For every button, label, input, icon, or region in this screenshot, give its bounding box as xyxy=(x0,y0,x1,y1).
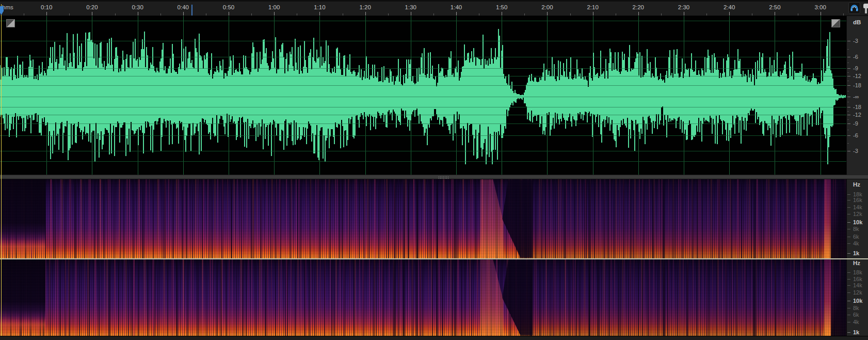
hz-unit-label: Hz xyxy=(853,260,860,266)
ruler-unit-label: hms xyxy=(2,4,13,10)
db-scale-tick xyxy=(847,107,850,107)
time-label: 3:00 xyxy=(814,4,826,10)
db-scale-tick-minor xyxy=(847,143,849,144)
db-scale-tick-minor xyxy=(847,63,849,63)
time-label: 2:40 xyxy=(724,4,735,10)
hz-scale-tick xyxy=(847,279,850,280)
hz-scale-tick xyxy=(847,292,850,293)
db-scale-tick xyxy=(847,85,850,86)
grip-dots-handle[interactable] xyxy=(438,176,449,179)
ruler-tick-major xyxy=(684,12,684,16)
spectrogram-right-channel[interactable] xyxy=(0,259,846,336)
waveform-panel[interactable] xyxy=(0,16,846,175)
spectrogram-silence-wedge xyxy=(502,179,533,258)
db-scale-label: -9 xyxy=(853,120,858,127)
hz-scale-label: 12k xyxy=(853,289,862,296)
db-scale-tick xyxy=(847,151,850,151)
spectrogram-fade-region xyxy=(480,259,504,336)
hz-scale-label: 4k xyxy=(853,319,859,325)
spectrogram-quiet-slit xyxy=(436,179,438,258)
spectrogram-quiet-slit xyxy=(436,259,438,336)
hz-scale-tick xyxy=(847,194,850,195)
time-label: 2:20 xyxy=(633,4,644,10)
spectrogram-left-channel[interactable] xyxy=(0,179,846,258)
hz-scale-label: 8k xyxy=(853,305,859,311)
hz-scale-label: 1k xyxy=(853,250,859,256)
ruler-tick-major xyxy=(729,12,730,16)
spectrogram-quiet-slit xyxy=(753,179,756,258)
db-scale-tick xyxy=(847,123,850,124)
ruler-tick-major xyxy=(821,12,821,16)
db-scale-tick-minor xyxy=(847,102,849,102)
hz-scale-label: 10k xyxy=(853,298,862,304)
headphones-icon xyxy=(850,4,859,12)
spectrogram-quiet-slit xyxy=(588,179,590,258)
ruler-tick-major xyxy=(229,12,229,16)
spectrogram-intro-region xyxy=(0,179,45,258)
hz-scale-tick xyxy=(847,222,850,223)
db-scale-label: -3 xyxy=(853,148,858,154)
hz-scale-left[interactable]: Hz18k16k14k12k10k8k6k4k1k xyxy=(846,179,868,258)
hz-scale-tick xyxy=(847,285,850,286)
hz-scale-tick xyxy=(847,229,850,229)
hz-scale-tick xyxy=(847,207,850,208)
time-label: 2:30 xyxy=(678,4,689,10)
hz-scale-tick xyxy=(847,308,850,308)
time-label: 0:40 xyxy=(178,4,189,10)
db-scale-tick xyxy=(847,68,850,69)
time-label: 0:50 xyxy=(223,4,234,10)
time-label: 1:20 xyxy=(359,4,371,10)
db-scale-tick-minor xyxy=(847,72,849,73)
db-scale-tick-minor xyxy=(847,111,849,112)
hz-scale-label: 6k xyxy=(853,234,859,240)
db-scale-label: -18 xyxy=(853,82,861,88)
db-scale-tick xyxy=(847,57,850,57)
spectrogram-quiet-slit xyxy=(454,179,456,258)
hz-scale-tick xyxy=(847,315,850,315)
ruler-tick-major xyxy=(638,12,639,16)
ruler-tick-major xyxy=(183,12,184,16)
ruler-tick-major xyxy=(502,12,502,16)
time-label: 0:30 xyxy=(132,4,143,10)
db-scale-label: -3 xyxy=(853,38,858,44)
ruler-tick-major xyxy=(365,12,366,16)
hz-scale-label: 12k xyxy=(853,211,862,217)
hz-scale-label: 4k xyxy=(853,240,859,246)
hz-scale-tick xyxy=(847,237,850,237)
timeline-ruler[interactable]: hms 0:100:200:300:400:501:001:101:201:30… xyxy=(0,0,868,16)
db-scale-tick xyxy=(847,41,850,41)
db-scale-tick xyxy=(847,135,850,136)
hz-scale-tick xyxy=(847,214,850,214)
time-label: 1:10 xyxy=(314,4,325,10)
time-label: 1:30 xyxy=(405,4,416,10)
time-label: 1:40 xyxy=(451,4,462,10)
db-scale-label: -6 xyxy=(853,132,858,138)
spectrogram-quiet-slit xyxy=(416,179,418,258)
time-label: 0:20 xyxy=(86,4,98,10)
ruler-tick-major xyxy=(775,12,775,16)
hz-scale-label: 16k xyxy=(853,276,862,282)
db-scale-label: -12 xyxy=(853,112,861,118)
pin-tool-icon[interactable] xyxy=(863,4,868,14)
db-scale-tick-minor xyxy=(847,81,849,81)
hz-scale-tick xyxy=(847,200,850,200)
ruler-tick-major xyxy=(593,12,593,16)
db-scale-label: -∞ xyxy=(853,94,859,100)
spectrogram-quiet-slit xyxy=(394,179,396,258)
db-scale-tick xyxy=(847,76,850,76)
hz-scale-label: 8k xyxy=(853,226,859,232)
db-scale-tick-minor xyxy=(847,119,849,120)
hz-scale-right[interactable]: Hz18k16k14k12k10k8k6k4k1k xyxy=(846,259,868,336)
hz-scale-tick xyxy=(847,253,850,254)
corner-fold-icon[interactable] xyxy=(831,19,840,27)
spectrogram-quiet-slit xyxy=(588,259,590,336)
db-scale[interactable]: dB-3-6-9-12-18-∞-18-12-9-6-3 xyxy=(846,16,868,175)
ruler-tick-major xyxy=(274,12,275,16)
time-label: 2:00 xyxy=(541,4,553,10)
spectrogram-quiet-slit xyxy=(416,259,418,336)
timeline-marker[interactable] xyxy=(191,5,192,16)
corner-fold-icon[interactable] xyxy=(6,19,15,27)
monitor-button[interactable] xyxy=(848,2,860,14)
waveform-display xyxy=(0,16,846,175)
panel-divider[interactable] xyxy=(0,175,868,179)
